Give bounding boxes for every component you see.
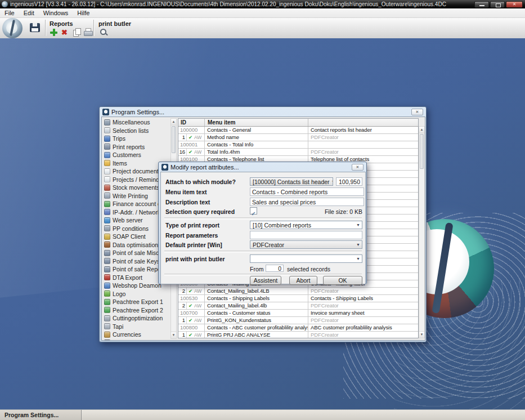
check-icon: ✔: [187, 317, 194, 324]
sidebar-item[interactable]: Peachtree Export 2: [102, 306, 170, 315]
menu-item-text-field[interactable]: [250, 187, 364, 196]
scroll-up-icon[interactable]: ▲: [419, 127, 424, 133]
description-text-field[interactable]: [250, 198, 364, 206]
row-description: PDFCreator: [308, 288, 418, 294]
menu-item[interactable]: Windows: [39, 8, 73, 17]
sidebar-item[interactable]: Miscellaneous: [102, 118, 170, 127]
selection-query-checkbox[interactable]: ✔: [250, 207, 257, 215]
save-button[interactable]: [30, 23, 41, 33]
row-description: ABC customer profitablility analysis: [308, 324, 418, 331]
table-scrollbar[interactable]: ▲ ▼: [419, 126, 425, 338]
row-id: 100530: [178, 295, 198, 302]
sidebar-item-icon: [104, 242, 110, 248]
app-titlebar: ingeniousV12 [V3.3.41 - 26.03.12] - C:\U…: [0, 0, 525, 8]
dialog-titlebar[interactable]: Modify report attributes... ✕: [160, 162, 365, 172]
sidebar-item[interactable]: Print reports: [102, 143, 170, 151]
file-size-text: File size: 0 KB: [300, 208, 362, 215]
sidebar-item[interactable]: Logo: [102, 290, 170, 298]
row-menu-item: Contacts - General: [205, 127, 308, 133]
row-menu-item: Contact_Mailing_label.4LB: [205, 288, 308, 294]
sidebar-item[interactable]: Selection lists: [102, 127, 170, 135]
table-row[interactable]: 1 ✔ AW PrintG PRJ ABC ANALYSE PDFCreator: [178, 332, 418, 338]
sidebar-item-icon: [104, 274, 110, 280]
sidebar-item[interactable]: Tapi: [102, 323, 170, 331]
aw-flag: AW: [194, 288, 201, 294]
abort-button[interactable]: Abort: [289, 276, 317, 285]
menu-item[interactable]: Hilfe: [73, 8, 94, 17]
settings-close-button[interactable]: ✕: [411, 109, 423, 115]
report-parameters-label: Report parameters: [165, 232, 218, 239]
attach-id-field[interactable]: [336, 177, 362, 186]
selected-records-label: selected records: [287, 266, 330, 272]
copy-report-button[interactable]: [73, 28, 81, 37]
table-row[interactable]: 100800 Contacts - ABC customer profitabl…: [178, 324, 418, 332]
sidebar-item-icon: [104, 258, 110, 264]
scroll-down-icon[interactable]: ▼: [171, 332, 176, 338]
sidebar-item[interactable]: Sales Synchronisation: [102, 339, 170, 341]
menu-item-text-label: Menu item text: [165, 189, 207, 195]
ok-button[interactable]: OK: [323, 276, 362, 285]
table-row[interactable]: 2 ✔ AW Contact_Mailing_label.4lb PDFCrea…: [178, 302, 418, 310]
scroll-up-icon[interactable]: ▲: [171, 119, 176, 126]
dialog-close-button[interactable]: ✕: [352, 164, 364, 171]
window-controls: ✕: [470, 1, 525, 8]
check-icon: ✔: [187, 149, 194, 155]
row-id-cell: 1 ✔ AW: [178, 134, 205, 141]
assistent-button[interactable]: Assistent: [250, 276, 281, 285]
row-id-cell: 2 ✔ AW: [178, 288, 205, 294]
close-button[interactable]: ✕: [506, 1, 523, 8]
default-printer-dropdown[interactable]: PDFCreator ▼: [250, 240, 362, 249]
table-row[interactable]: 16 ✔ AW Total Info.4hm PDFCreator: [178, 149, 418, 156]
row-description: PDFCreator: [308, 302, 418, 309]
sidebar-item-icon: [104, 185, 110, 191]
sidebar-item-label: Items: [113, 160, 127, 167]
row-menu-item: Contacts - ABC customer profitablility a…: [205, 324, 308, 331]
print-butler-dropdown[interactable]: ▼: [250, 254, 362, 263]
sidebar-item-icon: [104, 266, 110, 272]
row-id-cell: 100000: [178, 127, 205, 133]
row-id-cell: 100001: [178, 141, 205, 148]
sidebar-item[interactable]: Trips: [102, 135, 170, 143]
table-row[interactable]: 2 ✔ AW Contact_Mailing_label.4LB PDFCrea…: [178, 288, 418, 295]
menu-item[interactable]: Edit: [19, 8, 39, 17]
menubar: File Edit Windows Hilfe: [0, 8, 525, 18]
menu-item[interactable]: File: [0, 8, 19, 17]
sidebar-item[interactable]: Peachtree Export 1: [102, 298, 170, 306]
sidebar-item-icon: [104, 225, 110, 231]
settings-titlebar[interactable]: Program Settings... ✕: [101, 107, 424, 117]
print-report-button[interactable]: [84, 28, 93, 37]
table-header: ID Menu item: [178, 119, 418, 127]
row-id-cell: 1 ✔ AW: [178, 317, 205, 324]
sidebar-item[interactable]: Currencies: [102, 330, 170, 339]
sidebar-item-label: Tapi: [113, 323, 123, 330]
table-row[interactable]: 1 ✔ AW Method name PDFCreator: [178, 134, 418, 141]
row-id-cell: 100700: [178, 310, 205, 316]
table-row[interactable]: 100530 Contacts - Shipping Labels Contac…: [178, 295, 418, 302]
taskbar-item-program-settings[interactable]: Program Settings...: [0, 410, 82, 420]
table-row[interactable]: 1 ✔ AW PrintG_KON_Kundenstatus PDFCreato…: [178, 317, 418, 324]
type-of-report-dropdown[interactable]: [10] Combined reports ▼: [250, 221, 362, 229]
scroll-down-icon[interactable]: ▼: [419, 331, 424, 338]
table-row[interactable]: 100700 Contacts - Customer status Invoic…: [178, 310, 418, 317]
scrollbar-thumb[interactable]: [420, 134, 424, 169]
scrollbar-thumb[interactable]: [172, 126, 176, 153]
sidebar-item-icon: [104, 299, 110, 305]
delete-report-button[interactable]: ✖: [61, 28, 68, 37]
sidebar-item[interactable]: Customers: [102, 151, 170, 159]
table-row[interactable]: 100000 Contacts - General Contact report…: [178, 127, 418, 134]
report-parameters-field[interactable]: [250, 231, 362, 239]
dialog-body: Attach to which module? [100000] Contact…: [160, 172, 366, 284]
sidebar-item[interactable]: Cuttingoptimization: [102, 314, 170, 323]
preview-button[interactable]: [100, 28, 108, 37]
add-report-button[interactable]: [50, 28, 58, 37]
checkmark-icon: ✔: [251, 211, 255, 217]
maximize-button[interactable]: [490, 1, 505, 8]
sidebar-item-icon: [104, 323, 110, 329]
sidebar-item-label: Write Printing: [113, 193, 148, 199]
attach-module-dropdown[interactable]: [100000] Contacts list header ▼: [250, 177, 333, 186]
table-row[interactable]: 100001 Contacts - Total Info: [178, 141, 418, 149]
minimize-button[interactable]: [474, 1, 489, 8]
from-count-field[interactable]: [266, 265, 284, 272]
sidebar-item-label: Point of sale Keys: [113, 258, 160, 265]
sidebar-item-label: Cuttingoptimization: [113, 315, 163, 321]
